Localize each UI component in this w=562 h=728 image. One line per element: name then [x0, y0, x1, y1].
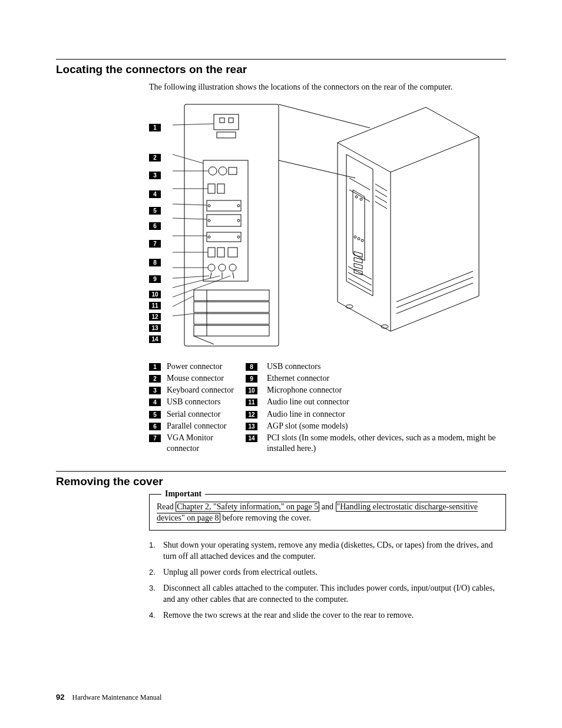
legend-badge: 12 [246, 411, 257, 419]
important-text-post: before removing the cover. [220, 513, 311, 522]
legend-label: Mouse connector [167, 373, 246, 384]
callout-14: 14 [149, 335, 161, 343]
svg-point-6 [209, 167, 217, 175]
svg-line-50 [279, 160, 355, 178]
svg-rect-8 [229, 167, 237, 174]
svg-line-47 [173, 296, 194, 307]
legend-row: 5Serial connector12Audio line in connect… [149, 409, 506, 420]
svg-line-74 [375, 202, 387, 209]
connector-legend: 1Power connector8USB connectors2Mouse co… [149, 361, 506, 455]
step-4: Remove the two screws at the rear and sl… [149, 610, 506, 621]
legend-badge: 7 [149, 434, 161, 442]
svg-rect-29 [194, 290, 269, 301]
legend-badge: 9 [246, 375, 257, 383]
svg-point-24 [219, 264, 226, 271]
svg-line-26 [210, 272, 211, 278]
legend-label: USB connectors [167, 396, 246, 408]
svg-point-18 [208, 236, 210, 238]
important-text-mid: and [319, 502, 335, 511]
rear-panel-illustration [173, 101, 503, 349]
legend-label: VGA Monitor connector [167, 432, 246, 454]
svg-line-56 [349, 178, 370, 190]
svg-marker-55 [346, 154, 373, 296]
callout-1: 1 [149, 124, 161, 131]
intro-paragraph: The following illustration shows the loc… [149, 82, 506, 93]
svg-point-66 [358, 238, 360, 240]
legend-badge: 6 [149, 423, 161, 430]
svg-rect-20 [208, 248, 215, 257]
connector-diagram: 1 2 3 4 5 6 7 8 9 10 11 12 13 14 [149, 101, 506, 355]
section-heading: Locating the connectors on the rear [56, 63, 506, 76]
svg-rect-11 [207, 200, 241, 211]
callout-10: 10 [149, 291, 161, 298]
legend-label: Serial connector [167, 409, 246, 420]
svg-line-54 [391, 137, 479, 172]
svg-point-65 [354, 236, 356, 238]
svg-line-40 [173, 218, 207, 219]
svg-line-46 [173, 276, 230, 297]
svg-line-71 [375, 184, 387, 191]
legend-label: PCI slots (In some models, other devices… [267, 432, 506, 454]
svg-rect-61 [354, 251, 362, 257]
svg-rect-5 [203, 160, 248, 281]
legend-label: Parallel connector [167, 420, 246, 432]
removal-steps: Shut down your operating system, remove … [149, 540, 506, 621]
svg-rect-0 [184, 104, 279, 346]
callout-12: 12 [149, 313, 161, 321]
callout-6: 6 [149, 222, 161, 230]
svg-line-34 [194, 336, 214, 344]
legend-badge: 13 [246, 423, 257, 430]
svg-rect-3 [229, 118, 233, 123]
svg-line-77 [396, 283, 473, 314]
svg-line-35 [173, 124, 214, 125]
svg-rect-2 [220, 118, 224, 123]
svg-line-52 [338, 143, 391, 172]
section-heading-2: Removing the cover [56, 475, 506, 488]
legend-label: Power connector [167, 361, 246, 373]
legend-label: AGP slot (some models) [267, 420, 506, 432]
callout-5: 5 [149, 207, 161, 215]
legend-badge: 14 [246, 434, 257, 442]
callout-11: 11 [149, 302, 161, 309]
page-number: 92 [56, 693, 64, 701]
callout-13: 13 [149, 324, 161, 332]
svg-rect-17 [207, 232, 241, 242]
svg-line-36 [173, 154, 203, 163]
legend-row: 4USB connectors11Audio line out connecto… [149, 396, 506, 408]
svg-line-28 [233, 272, 234, 278]
callout-9: 9 [149, 275, 161, 283]
legend-label: Keyboard connector [167, 384, 246, 396]
important-title: Important [161, 489, 205, 500]
svg-point-15 [208, 219, 210, 222]
legend-row: 3Keyboard connector10Microphone connecto… [149, 384, 506, 396]
svg-line-72 [375, 190, 387, 197]
svg-point-60 [360, 198, 362, 200]
svg-rect-4 [217, 132, 236, 138]
svg-line-49 [279, 104, 370, 128]
legend-row: 7VGA Monitor connector14PCI slots (In so… [149, 432, 506, 454]
svg-marker-58 [353, 190, 365, 261]
legend-label: USB connectors [267, 361, 506, 373]
svg-line-57 [349, 190, 370, 202]
step-2: Unplug all power cords from electrical o… [149, 567, 506, 578]
svg-rect-22 [228, 248, 237, 257]
svg-line-73 [375, 196, 387, 203]
svg-rect-1 [214, 114, 239, 130]
link-safety-chapter[interactable]: Chapter 2, "Safety information," on page… [176, 502, 319, 512]
legend-badge: 8 [246, 363, 257, 371]
callout-3: 3 [149, 172, 161, 179]
legend-label: Microphone connector [267, 384, 506, 396]
svg-point-59 [355, 196, 358, 198]
legend-badge: 11 [246, 398, 257, 406]
svg-rect-31 [194, 314, 269, 324]
svg-rect-32 [194, 325, 269, 336]
legend-label: Ethernet connector [267, 373, 506, 384]
svg-point-16 [237, 219, 240, 222]
svg-point-12 [208, 205, 210, 207]
legend-label: Audio line in connector [267, 409, 506, 420]
svg-line-39 [173, 204, 207, 205]
legend-badge: 4 [149, 398, 161, 406]
svg-rect-14 [207, 215, 241, 226]
svg-rect-9 [208, 184, 215, 193]
callout-8: 8 [149, 259, 161, 266]
